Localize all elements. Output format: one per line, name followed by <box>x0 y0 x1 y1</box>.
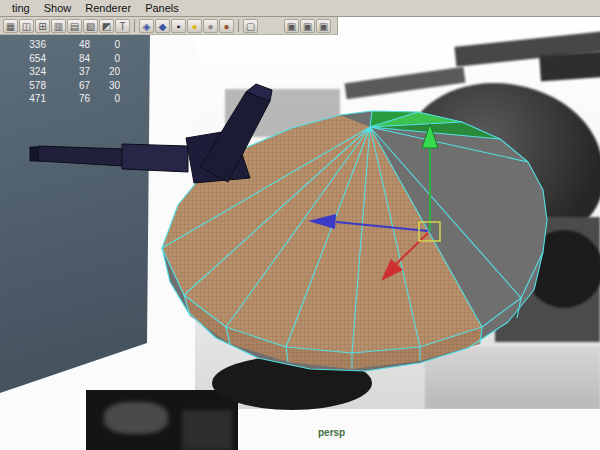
hud-row: 324 37 20 <box>0 65 150 79</box>
marquee-select-icon[interactable]: ▢ <box>243 19 258 33</box>
poly-count-hud: 336 48 0 654 84 0 324 37 20 578 67 30 47… <box>0 38 150 106</box>
two-pane-layout-icon[interactable]: ◫ <box>19 19 34 33</box>
hud-row: 654 84 0 <box>0 52 150 66</box>
hud-cell: 20 <box>90 65 120 79</box>
bounding-box-display-icon[interactable]: ▪ <box>171 19 186 33</box>
perspective-viewport[interactable]: 336 48 0 654 84 0 324 37 20 578 67 30 47… <box>0 17 600 450</box>
uv-editor-panel-icon[interactable]: ◩ <box>99 19 114 33</box>
single-pane-layout-icon[interactable]: ▦ <box>3 19 18 33</box>
hud-cell: 67 <box>46 79 90 93</box>
menu-lighting-truncated[interactable]: ting <box>5 2 37 14</box>
hud-cell: 336 <box>0 38 46 52</box>
reference-photo-shape <box>104 402 168 434</box>
hud-row: 336 48 0 <box>0 38 150 52</box>
reference-photo-shape <box>182 410 232 450</box>
snap-to-point-icon[interactable]: ▣ <box>316 19 331 33</box>
flat-shade-icon[interactable]: ● <box>203 19 218 33</box>
reference-photo-fragment <box>86 390 238 450</box>
snap-to-curve-icon[interactable]: ▣ <box>300 19 315 33</box>
hud-cell: 324 <box>0 65 46 79</box>
script-editor-panel-icon[interactable]: T <box>115 19 130 33</box>
graph-editor-panel-icon[interactable]: ▧ <box>83 19 98 33</box>
textured-display-icon[interactable]: ● <box>219 19 234 33</box>
reference-photo-shape <box>539 51 600 82</box>
reference-photo <box>195 17 600 409</box>
menu-renderer[interactable]: Renderer <box>78 2 138 14</box>
wireframe-display-icon[interactable]: ◈ <box>139 19 154 33</box>
four-pane-layout-icon[interactable]: ⊞ <box>35 19 50 33</box>
shaded-display-icon[interactable]: ◆ <box>155 19 170 33</box>
hud-cell: 654 <box>0 52 46 66</box>
toolbar-separator <box>238 19 239 32</box>
reference-photo-shape <box>225 89 340 137</box>
panel-menubar: ting Show Renderer Panels <box>0 0 600 17</box>
hud-cell: 0 <box>90 92 120 106</box>
menu-panels[interactable]: Panels <box>138 2 186 14</box>
snap-to-grid-icon[interactable]: ▣ <box>284 19 299 33</box>
hypergraph-panel-icon[interactable]: ▤ <box>67 19 82 33</box>
smooth-shade-icon[interactable]: ● <box>187 19 202 33</box>
camera-name-label: persp <box>318 427 345 438</box>
hud-cell: 48 <box>46 38 90 52</box>
panel-toolbar: ▦ ◫ ⊞ ▥ ▤ ▧ ◩ T ◈ ◆ ▪ ● ● ● ▢ ▣ ▣ ▣ <box>0 17 338 35</box>
toolbar-separator <box>134 19 135 32</box>
hud-cell: 84 <box>46 52 90 66</box>
hud-cell: 37 <box>46 65 90 79</box>
hud-cell: 471 <box>0 92 46 106</box>
hud-cell: 578 <box>0 79 46 93</box>
hud-row: 471 76 0 <box>0 92 150 106</box>
hud-cell: 0 <box>90 52 120 66</box>
application-window: ting Show Renderer Panels ▦ ◫ ⊞ ▥ ▤ ▧ ◩ … <box>0 0 600 450</box>
outliner-panel-icon[interactable]: ▥ <box>51 19 66 33</box>
menu-show[interactable]: Show <box>37 2 79 14</box>
hud-row: 578 67 30 <box>0 79 150 93</box>
hud-cell: 30 <box>90 79 120 93</box>
hud-cell: 0 <box>90 38 120 52</box>
reference-photo-shape <box>525 230 600 308</box>
hud-cell: 76 <box>46 92 90 106</box>
reference-photo-shape <box>425 347 600 409</box>
